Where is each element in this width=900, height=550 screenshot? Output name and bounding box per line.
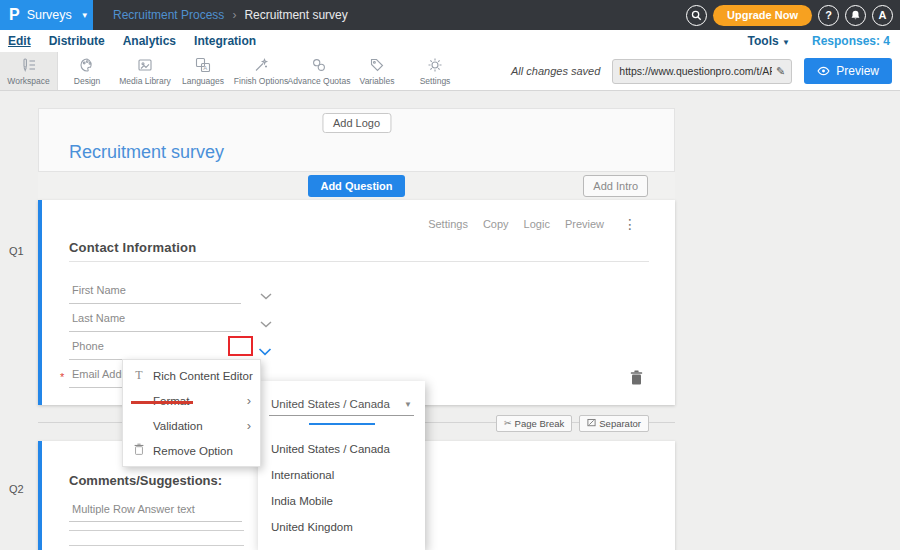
tab-distribute[interactable]: Distribute: [49, 34, 105, 48]
chevron-down-icon: ▼: [404, 400, 412, 409]
breadcrumb: Recruitment Process › Recruitment survey: [113, 8, 348, 22]
tab-integration[interactable]: Integration: [194, 34, 256, 48]
bell-icon: [850, 9, 861, 21]
question-title-divider: [69, 261, 649, 262]
section-tabbar: Edit Distribute Analytics Integration To…: [0, 30, 900, 52]
menu-item-format[interactable]: Format ›: [123, 388, 260, 413]
breadcrumb-survey: Recruitment survey: [244, 8, 347, 22]
required-asterisk: *: [60, 371, 64, 383]
q1-number-label: Q1: [9, 245, 24, 257]
search-button[interactable]: [686, 5, 707, 26]
delete-question-button[interactable]: [630, 370, 643, 389]
format-options-list: United States / Canada International Ind…: [258, 436, 425, 540]
add-logo-button[interactable]: Add Logo: [322, 113, 391, 133]
surveys-menu-label: Surveys: [27, 8, 72, 22]
menu-item-rich-content-editor[interactable]: T Rich Content Editor: [123, 363, 260, 388]
trash-icon: [132, 443, 146, 457]
question-copy-link[interactable]: Copy: [483, 218, 509, 230]
multirow-answer-field[interactable]: Multiple Row Answer text: [69, 499, 242, 522]
tool-design[interactable]: Design: [58, 52, 116, 90]
format-select[interactable]: United States / Canada ▼: [269, 398, 414, 416]
field-row-first-name[interactable]: First Name: [69, 276, 241, 304]
eye-icon: [817, 66, 830, 76]
separator-icon: [587, 418, 596, 429]
add-intro-button[interactable]: Add Intro: [583, 175, 648, 197]
field-options-chevron-icon-active[interactable]: [258, 342, 272, 360]
magic-wand-icon: [253, 57, 269, 73]
breadcrumb-separator-icon: ›: [232, 8, 236, 22]
answer-line: [69, 545, 244, 546]
top-navbar: P Surveys ▼ Recruitment Process › Recrui…: [0, 0, 900, 30]
tab-edit[interactable]: Edit: [8, 34, 31, 48]
tool-variables[interactable]: Variables: [348, 52, 406, 90]
menu-item-remove-option[interactable]: Remove Option: [123, 438, 260, 463]
format-option-india-mobile[interactable]: India Mobile: [258, 488, 425, 514]
toolbar-right: All changes saved ✎ Preview: [511, 52, 900, 90]
edit-url-icon[interactable]: ✎: [776, 65, 785, 78]
translate-icon: A: [195, 57, 211, 73]
gear-icon: [427, 57, 443, 73]
row-options-context-menu: T Rich Content Editor Format › Validatio…: [122, 359, 261, 467]
tool-languages[interactable]: A Languages: [174, 52, 232, 90]
upgrade-now-button[interactable]: Upgrade Now: [713, 5, 812, 26]
avatar[interactable]: A: [872, 5, 893, 26]
tool-finish-options[interactable]: Finish Options: [232, 52, 290, 90]
question-actions: Settings Copy Logic Preview ⋮: [428, 216, 637, 232]
autosave-status: All changes saved: [511, 65, 600, 77]
scissors-icon: ✂: [504, 418, 512, 428]
tag-icon: [369, 57, 385, 73]
question-logic-link[interactable]: Logic: [524, 218, 550, 230]
active-indicator: [309, 423, 375, 425]
survey-url-input[interactable]: [619, 65, 772, 77]
question-title-q2[interactable]: Comments/Suggestions:: [69, 473, 222, 488]
field-row-last-name[interactable]: Last Name: [69, 304, 241, 332]
question-settings-link[interactable]: Settings: [428, 218, 468, 230]
preview-button[interactable]: Preview: [804, 58, 892, 84]
page-break-button[interactable]: ✂Page Break: [496, 415, 572, 432]
question-preview-link[interactable]: Preview: [565, 218, 604, 230]
survey-url-box: ✎: [612, 59, 792, 84]
palette-icon: [79, 57, 95, 73]
svg-text:A: A: [203, 65, 207, 71]
format-option-united-kingdom[interactable]: United Kingdom: [258, 514, 425, 540]
notifications-button[interactable]: [845, 5, 866, 26]
app-window: P Surveys ▼ Recruitment Process › Recrui…: [0, 0, 900, 550]
tabbar-right: Tools ▼ Responses: 4: [748, 34, 900, 48]
topbar-actions: Upgrade Now ? A: [686, 5, 900, 26]
surveys-menu[interactable]: P Surveys ▼: [0, 0, 93, 30]
field-options-chevron-icon[interactable]: [260, 286, 272, 304]
chevron-down-icon: ▼: [81, 11, 89, 20]
tool-settings[interactable]: Settings: [406, 52, 464, 90]
editor-canvas: Q1 Q2 Add Logo Recruitment survey Add Qu…: [0, 92, 900, 550]
editor-toolbar: Workspace Design Media Library A Languag…: [0, 52, 900, 91]
tool-workspace[interactable]: Workspace: [0, 52, 58, 90]
breadcrumb-folder[interactable]: Recruitment Process: [113, 8, 224, 22]
question-title-q1[interactable]: Contact Information: [69, 240, 196, 255]
tab-analytics[interactable]: Analytics: [123, 34, 176, 48]
add-question-bar: Add Question Add Intro: [38, 172, 675, 200]
responses-link[interactable]: Responses: 4: [812, 34, 890, 48]
tools-menu[interactable]: Tools ▼: [748, 34, 790, 48]
help-button[interactable]: ?: [818, 5, 839, 26]
survey-title[interactable]: Recruitment survey: [69, 142, 224, 163]
menu-item-validation[interactable]: Validation ›: [123, 413, 260, 438]
phone-format-submenu: United States / Canada ▼ United States /…: [258, 381, 425, 550]
field-options-chevron-icon[interactable]: [260, 314, 272, 332]
separator-button[interactable]: Separator: [579, 415, 649, 432]
questionpro-logo-icon: P: [9, 7, 20, 24]
format-option-international[interactable]: International: [258, 462, 425, 488]
tool-media-library[interactable]: Media Library: [116, 52, 174, 90]
kebab-menu-icon[interactable]: ⋮: [623, 216, 637, 232]
workspace-icon: [21, 57, 37, 73]
answer-line: [69, 530, 244, 531]
tool-advance-quotas[interactable]: Advance Quotas: [290, 52, 348, 90]
image-icon: [137, 57, 153, 73]
q2-number-label: Q2: [9, 483, 24, 495]
add-question-button[interactable]: Add Question: [308, 175, 404, 197]
chain-links-icon: [311, 57, 327, 73]
submenu-chevron-icon: ›: [247, 394, 251, 407]
field-row-phone[interactable]: Phone: [69, 332, 241, 360]
submenu-chevron-icon: ›: [247, 419, 251, 432]
format-option-us-canada[interactable]: United States / Canada: [258, 436, 425, 462]
text-format-icon: T: [132, 368, 146, 383]
